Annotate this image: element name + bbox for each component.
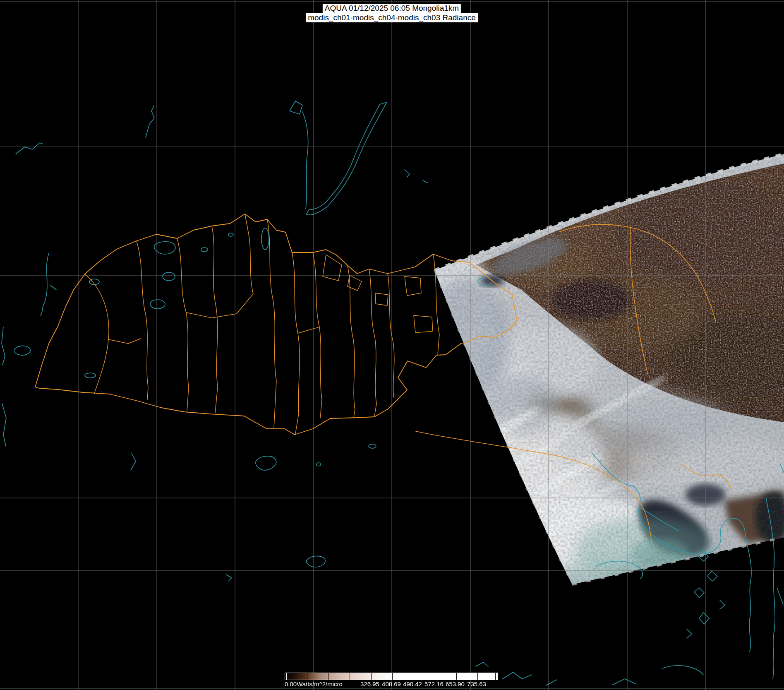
- colorbar-tick-label: 326.95: [360, 680, 379, 688]
- colorbar-tick: [456, 673, 457, 680]
- map-canvas: [0, 0, 784, 690]
- colorbar-end-line: [495, 673, 496, 680]
- colorbar-tick-label: 572.16: [424, 680, 444, 688]
- colorbar-tick-label: 653.90: [446, 680, 465, 688]
- map-title-line2: modis_ch01-modis_ch04-modis_ch03 Radianc…: [306, 13, 478, 22]
- colorbar-tick: [414, 673, 414, 680]
- map-title-line1: AQUA 01/12/2025 06:05 Mongolia1km: [323, 4, 461, 13]
- colorbar-tick: [371, 673, 372, 680]
- colorbar-tick: [435, 673, 435, 680]
- mongolia-outline: [35, 214, 517, 435]
- colorbar-tick: [392, 673, 393, 680]
- colorbar-tick-label: 408.69: [382, 680, 401, 688]
- colorbar-tick: [286, 673, 287, 680]
- radiance-colorbar: [285, 673, 498, 680]
- colorbar-tick: [307, 673, 307, 680]
- colorbar-tick: [328, 673, 328, 680]
- colorbar-tick: [350, 673, 350, 680]
- colorbar-tick: [477, 673, 478, 680]
- colorbar-unit-label: 0.00Watts/m^2/micro: [285, 680, 343, 688]
- satellite-map-viewer: AQUA 01/12/2025 06:05 Mongolia1km modis_…: [0, 0, 784, 690]
- colorbar-tick-label: 735.63: [467, 680, 486, 688]
- colorbar-tick-label: 490.42: [403, 680, 422, 688]
- satellite-swath-image: [402, 149, 784, 596]
